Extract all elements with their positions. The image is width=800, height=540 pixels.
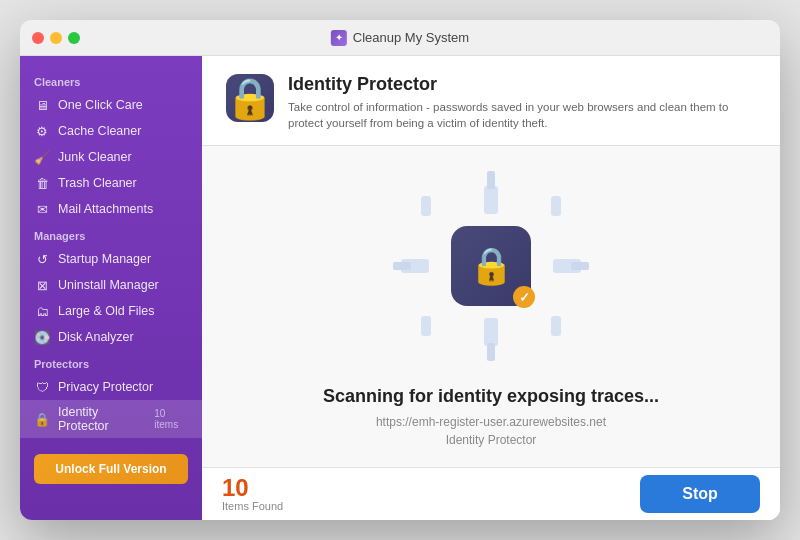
app-window: ✦ Cleanup My System Cleaners 🖥 One Click… [20, 20, 780, 520]
main-body: 🔒 ✓ Scanning for identity exposing trace… [202, 146, 780, 467]
title-bar-center: ✦ Cleanup My System [331, 30, 469, 46]
sidebar-item-uninstall-manager[interactable]: ⊠ Uninstall Manager [20, 272, 202, 298]
content-area: Cleaners 🖥 One Click Care ⚙ Cache Cleane… [20, 56, 780, 520]
items-count: 10 [222, 476, 283, 500]
disk-icon: 💽 [34, 329, 50, 345]
scan-center-icon: 🔒 ✓ [451, 226, 531, 306]
feature-title: Identity Protector [288, 74, 756, 95]
close-button[interactable] [32, 32, 44, 44]
float-rect-1 [484, 186, 498, 214]
check-badge: ✓ [513, 286, 535, 308]
uninstall-icon: ⊠ [34, 277, 50, 293]
traffic-lights [32, 32, 80, 44]
feature-info: Identity Protector Take control of infor… [288, 74, 756, 131]
cache-icon: ⚙ [34, 123, 50, 139]
float-rect-2 [553, 259, 581, 273]
scan-label: Identity Protector [446, 433, 537, 447]
feature-description: Take control of information - passwords … [288, 99, 756, 131]
sidebar-item-mail-attachments[interactable]: ✉ Mail Attachments [20, 196, 202, 222]
window-title: Cleanup My System [353, 30, 469, 45]
main-footer: 10 Items Found Stop [202, 467, 780, 520]
main-content: 🔒 Identity Protector Take control of inf… [202, 56, 780, 520]
junk-icon: 🧹 [34, 149, 50, 165]
startup-icon: ↺ [34, 251, 50, 267]
float-rect-8 [551, 316, 561, 336]
lock-icon: 🔒 [225, 75, 275, 122]
sidebar: Cleaners 🖥 One Click Care ⚙ Cache Cleane… [20, 56, 202, 520]
scan-url: https://emh-register-user.azurewebsites.… [376, 415, 606, 429]
stop-button[interactable]: Stop [640, 475, 760, 513]
maximize-button[interactable] [68, 32, 80, 44]
scan-status: Scanning for identity exposing traces... [323, 386, 659, 407]
files-icon: 🗂 [34, 303, 50, 319]
float-rect-4 [401, 259, 429, 273]
float-rect-7 [421, 316, 431, 336]
title-bar: ✦ Cleanup My System [20, 20, 780, 56]
sidebar-item-junk-cleaner[interactable]: 🧹 Junk Cleaner [20, 144, 202, 170]
sidebar-item-large-old-files[interactable]: 🗂 Large & Old Files [20, 298, 202, 324]
float-rect-5 [421, 196, 431, 216]
float-rect-6 [551, 196, 561, 216]
monitor-icon: 🖥 [34, 97, 50, 113]
sidebar-item-cache-cleaner[interactable]: ⚙ Cache Cleaner [20, 118, 202, 144]
scan-animation: 🔒 ✓ [391, 166, 591, 366]
items-found: 10 Items Found [222, 476, 283, 512]
sidebar-item-trash-cleaner[interactable]: 🗑 Trash Cleaner [20, 170, 202, 196]
sidebar-item-privacy-protector[interactable]: 🛡 Privacy Protector [20, 374, 202, 400]
feature-header: 🔒 Identity Protector Take control of inf… [202, 56, 780, 146]
lock-glyph: 🔒 [469, 245, 514, 287]
sidebar-item-identity-protector[interactable]: 🔒 Identity Protector 10 items [20, 400, 202, 438]
mail-icon: ✉ [34, 201, 50, 217]
protectors-section-label: Protectors [20, 350, 202, 374]
sidebar-item-startup-manager[interactable]: ↺ Startup Manager [20, 246, 202, 272]
sidebar-item-disk-analyzer[interactable]: 💽 Disk Analyzer [20, 324, 202, 350]
trash-icon: 🗑 [34, 175, 50, 191]
managers-section-label: Managers [20, 222, 202, 246]
app-icon: ✦ [331, 30, 347, 46]
unlock-full-version-button[interactable]: Unlock Full Version [34, 454, 188, 484]
identity-icon: 🔒 [34, 411, 50, 427]
cleaners-section-label: Cleaners [20, 68, 202, 92]
sidebar-item-one-click-care[interactable]: 🖥 One Click Care [20, 92, 202, 118]
minimize-button[interactable] [50, 32, 62, 44]
feature-icon: 🔒 [226, 74, 274, 122]
identity-badge: 10 items [154, 408, 188, 430]
items-label: Items Found [222, 500, 283, 512]
float-rect-3 [484, 318, 498, 346]
privacy-icon: 🛡 [34, 379, 50, 395]
